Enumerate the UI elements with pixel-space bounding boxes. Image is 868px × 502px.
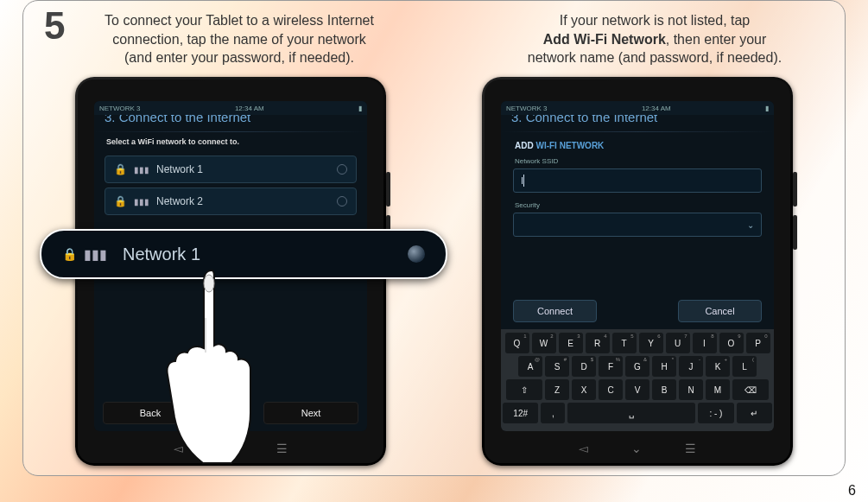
key[interactable]: %F	[599, 356, 623, 377]
text-bold: WI-FI NETWORK	[535, 141, 604, 150]
status-time: 12:34 AM	[235, 105, 264, 112]
keyboard-row: @A #S $D %F &G *H -J +K (L	[503, 356, 772, 377]
key[interactable]: 9O	[719, 333, 744, 353]
key[interactable]: &G	[625, 356, 649, 377]
status-time: 12:34 AM	[642, 105, 671, 112]
text-bold: Add Wi-Fi Network	[543, 32, 666, 47]
text-line: network name (and password, if needed).	[528, 50, 782, 65]
key[interactable]: $D	[572, 356, 596, 377]
text-line: If your network is not listed, tap	[560, 13, 751, 28]
key[interactable]: @A	[518, 356, 542, 377]
connect-button[interactable]: Connect	[513, 300, 597, 322]
key[interactable]: C	[599, 379, 623, 400]
on-screen-keyboard: 1Q 2W 3E 4R 5T 6Y 7U 8I 9O 0P @A #S	[501, 329, 774, 431]
keyboard-row: 12# , ␣ : - ) ↵	[503, 403, 772, 423]
status-icons: ▮	[765, 105, 769, 112]
key[interactable]: 0P	[746, 333, 770, 353]
wizard-nav: Back Next	[103, 402, 358, 424]
tablet-screen: NETWORK 3 12:34 AM ▮ 3. Connect to the I…	[501, 101, 774, 431]
wifi-network-row[interactable]: 🔒 ▮▮▮ Network 2	[105, 187, 357, 215]
key[interactable]: (L	[732, 356, 757, 377]
backspace-key[interactable]: ⌫	[732, 379, 769, 400]
key[interactable]: 6Y	[639, 333, 663, 353]
menu-soft-icon[interactable]: ☰	[276, 442, 288, 455]
key[interactable]: #S	[545, 356, 569, 377]
key[interactable]: *H	[652, 356, 676, 377]
network-name: Network 2	[156, 195, 203, 207]
radio-icon	[337, 164, 347, 175]
key[interactable]: 2W	[532, 333, 556, 353]
divider	[501, 131, 774, 132]
key[interactable]: X	[572, 379, 596, 400]
android-navbar: ◅ ⌄ ☰	[482, 431, 793, 466]
security-select[interactable]: ⌄	[513, 213, 762, 237]
key[interactable]: -J	[679, 356, 703, 377]
divider	[94, 131, 367, 132]
status-carrier: NETWORK 3	[506, 105, 548, 112]
key[interactable]: 8I	[693, 333, 717, 353]
dialog-actions: Connect Cancel	[513, 300, 762, 322]
symbols-key[interactable]: 12#	[503, 403, 538, 423]
comma-key[interactable]: ,	[541, 403, 565, 423]
back-soft-icon[interactable]: ◅	[174, 442, 183, 455]
shift-key[interactable]: ⇧	[506, 379, 542, 400]
space-key[interactable]: ␣	[567, 403, 695, 423]
callout-network-name: Network 1	[123, 245, 200, 264]
lock-icon: 🔒	[114, 163, 127, 175]
key[interactable]: 7U	[666, 333, 690, 353]
menu-soft-icon[interactable]: ☰	[685, 442, 696, 455]
step-number: 5	[44, 4, 65, 48]
manual-page: 5 To connect your Tablet to a wireless I…	[0, 0, 868, 502]
home-soft-icon[interactable]: ⌂	[226, 442, 233, 455]
signal-icon: ▮▮▮	[134, 197, 149, 207]
add-wifi-title: ADD WI-FI NETWORK	[501, 137, 774, 156]
keyboard-row: ⇧ Z X C V B N M ⌫	[503, 379, 772, 400]
key[interactable]: 3E	[559, 333, 583, 353]
key[interactable]: N	[679, 379, 703, 400]
key[interactable]: Z	[545, 379, 569, 400]
key[interactable]: B	[652, 379, 676, 400]
network-name: Network 1	[156, 163, 203, 175]
ssid-input[interactable]: I	[513, 168, 762, 193]
lock-icon: 🔒	[62, 247, 77, 261]
enter-key[interactable]: ↵	[737, 403, 772, 423]
status-bar: NETWORK 3 12:34 AM ▮	[501, 101, 774, 115]
tablet-right: NETWORK 3 12:34 AM ▮ 3. Connect to the I…	[482, 77, 793, 466]
wifi-network-row[interactable]: 🔒 ▮▮▮ Network 1	[105, 156, 357, 183]
key[interactable]: 5T	[612, 333, 637, 353]
radio-icon	[337, 196, 347, 207]
tablet-side-button	[793, 172, 797, 207]
key[interactable]: 1Q	[505, 333, 529, 353]
security-label: Security	[501, 200, 774, 211]
signal-icon: ▮▮▮	[134, 165, 149, 175]
text-line: To connect your Tablet to a wireless Int…	[105, 13, 374, 28]
key[interactable]: M	[706, 379, 730, 400]
select-prompt: Select a WiFi network to connect to.	[94, 137, 367, 151]
radio-icon	[408, 245, 425, 263]
keyboard-row: 1Q 2W 3E 4R 5T 6Y 7U 8I 9O 0P	[503, 333, 772, 353]
tablet-side-button	[793, 215, 797, 250]
key[interactable]: +K	[706, 356, 730, 377]
network-row-callout: 🔒 ▮▮▮ Network 1	[40, 229, 447, 279]
text-line: , then enter your	[666, 32, 767, 47]
status-icons: ▮	[358, 105, 362, 112]
status-carrier: NETWORK 3	[99, 105, 141, 112]
ssid-label: Network SSID	[501, 156, 774, 167]
back-soft-icon[interactable]: ◅	[579, 442, 588, 455]
back-button[interactable]: Back	[103, 402, 198, 424]
text-cursor	[523, 175, 524, 187]
key[interactable]: 4R	[586, 333, 610, 353]
text: ADD	[515, 141, 535, 150]
page-number: 6	[848, 483, 856, 499]
text-line: (and enter your password, if needed).	[124, 50, 354, 65]
lock-icon: 🔒	[114, 195, 127, 207]
right-instruction: If your network is not listed, tap Add W…	[499, 11, 810, 67]
status-bar: NETWORK 3 12:34 AM ▮	[94, 101, 367, 115]
emoji-key[interactable]: : - )	[698, 403, 733, 423]
key[interactable]: V	[625, 379, 649, 400]
next-button[interactable]: Next	[263, 402, 358, 424]
android-navbar: ◅ ⌂ ☰	[75, 431, 386, 466]
keyboard-hide-icon[interactable]: ⌄	[631, 442, 642, 455]
cancel-button[interactable]: Cancel	[678, 300, 762, 322]
chevron-down-icon: ⌄	[747, 220, 754, 230]
